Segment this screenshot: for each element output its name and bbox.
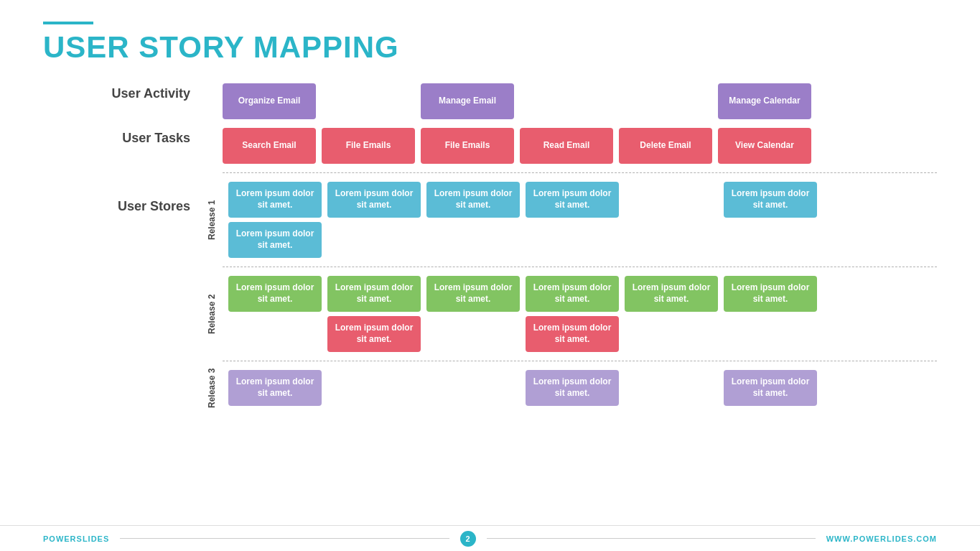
r1-c2: Lorem ipsum dolor sit amet. [327,182,421,218]
release3-label: Release 3 [201,366,223,410]
title-part1: USER STORY [43,30,253,64]
main-content: User Activity Organize Email Manage Emai… [0,72,980,417]
footer-line-left [120,538,449,539]
footer-brand-color: SLIDES [77,534,110,543]
divider-2 [223,267,937,267]
divider-1 [223,172,937,173]
user-activity-label: User Activity [43,79,201,101]
r2-c1: Lorem ipsum dolor sit amet. [228,276,322,312]
page-badge: 2 [460,531,476,547]
user-tasks-row: User Tasks Search Email File Emails File… [43,124,937,168]
release2-empty-label [43,272,201,356]
card-manage-calendar: Manage Calendar [718,83,811,119]
story-map-grid: User Activity Organize Email Manage Emai… [43,79,937,410]
footer-brand: POWERSLIDES [43,534,109,543]
page-title: USER STORY MAPPING [43,30,937,65]
footer-website: WWW.POWERLIDES.COM [826,534,937,543]
release3-row: Release 3 Lorem ipsum dolor sit amet. Lo… [43,366,937,410]
user-stores-label: User Stores [43,177,201,262]
card-organize-email: Organize Email [223,83,316,119]
footer-line-right [487,538,816,539]
user-stores-release1-row: User Stores Release 1 Lorem ipsum dolor … [43,177,937,262]
user-activity-cards: Organize Email Manage Email Manage Calen… [223,79,811,124]
user-activity-row: User Activity Organize Email Manage Emai… [43,79,937,124]
user-tasks-cards: Search Email File Emails File Emails Rea… [223,124,811,168]
release1-row1: Lorem ipsum dolor sit amet. Lorem ipsum … [228,182,817,218]
release1-row2: Lorem ipsum dolor sit amet. [228,222,817,258]
release3-row1: Lorem ipsum dolor sit amet. Lorem ipsum … [228,370,817,406]
r2-c5: Lorem ipsum dolor sit amet. [625,276,718,312]
title-part2: MAPPING [253,30,399,64]
card-file-emails-2: File Emails [421,128,514,164]
r3-c4: Lorem ipsum dolor sit amet. [526,370,619,406]
r1-c6: Lorem ipsum dolor sit amet. [724,182,817,218]
r2-r2-c2: Lorem ipsum dolor sit amet. [327,316,421,352]
accent-line [43,22,93,24]
header: USER STORY MAPPING [0,0,980,72]
r2-c2: Lorem ipsum dolor sit amet. [327,276,421,312]
r1-c1: Lorem ipsum dolor sit amet. [228,182,322,218]
release3-empty-label [43,366,201,410]
card-read-email: Read Email [520,128,613,164]
r2-r2-c4: Lorem ipsum dolor sit amet. [526,316,619,352]
r1-c4: Lorem ipsum dolor sit amet. [526,182,619,218]
card-search-email: Search Email [223,128,316,164]
r2-c6: Lorem ipsum dolor sit amet. [724,276,817,312]
r1-r2-c1: Lorem ipsum dolor sit amet. [228,222,322,258]
divider-3 [223,361,937,361]
card-delete-email: Delete Email [619,128,712,164]
r3-c6: Lorem ipsum dolor sit amet. [724,370,817,406]
r3-c1: Lorem ipsum dolor sit amet. [228,370,322,406]
release2-row2: Lorem ipsum dolor sit amet. Lorem ipsum … [228,316,817,352]
r2-c3: Lorem ipsum dolor sit amet. [426,276,520,312]
release2-row1: Lorem ipsum dolor sit amet. Lorem ipsum … [228,276,817,312]
card-view-calendar: View Calendar [718,128,811,164]
r1-c3: Lorem ipsum dolor sit amet. [426,182,520,218]
user-tasks-label: User Tasks [43,124,201,146]
card-manage-email: Manage Email [421,83,514,119]
footer: POWERSLIDES 2 WWW.POWERLIDES.COM [0,525,980,551]
footer-brand-bold: POWER [43,534,77,543]
card-file-emails-1: File Emails [322,128,415,164]
release1-label: Release 1 [201,177,223,262]
release2-label: Release 2 [201,272,223,356]
release2-row: Release 2 Lorem ipsum dolor sit amet. Lo… [43,272,937,356]
r2-c4: Lorem ipsum dolor sit amet. [526,276,619,312]
